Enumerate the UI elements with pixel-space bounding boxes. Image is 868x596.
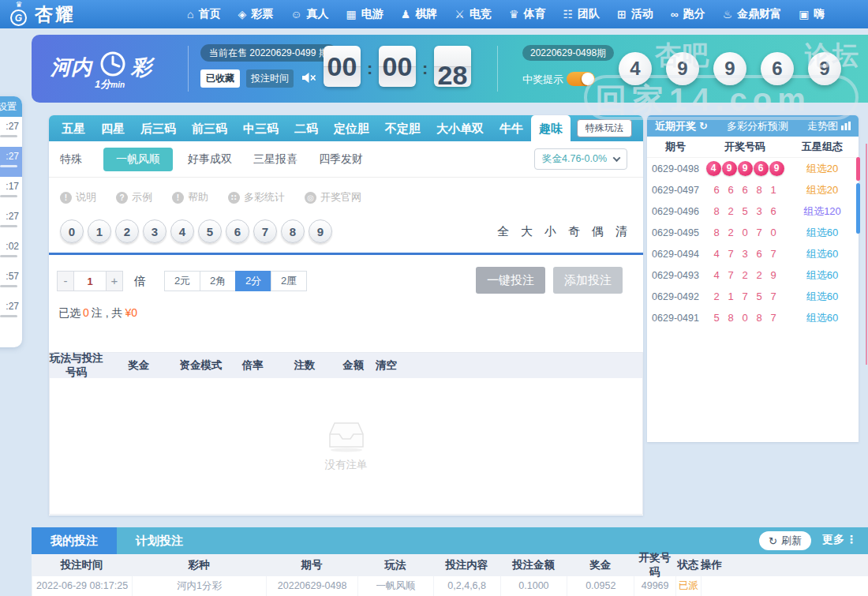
number-ball[interactable]: 4 — [170, 219, 194, 243]
sidebar-lottery-item[interactable]: :27 — [0, 117, 22, 147]
refresh-icon[interactable]: ↻ — [699, 120, 708, 132]
combo-type[interactable]: 组选120 — [786, 204, 859, 219]
sidebar-lottery-item[interactable]: :27 — [0, 147, 22, 177]
bonus-dropdown[interactable]: 奖金4.76-0.0% — [534, 148, 627, 170]
play-tab[interactable]: 牛牛 — [492, 115, 531, 141]
sidebar-lottery-item[interactable]: :17 — [0, 177, 22, 207]
combo-type[interactable]: 组选60 — [786, 226, 859, 240]
sidebar-item-countdown: :27 — [6, 151, 19, 162]
bet-record-cell — [701, 576, 702, 596]
sidebar-lottery-item[interactable]: :27 — [0, 207, 22, 237]
unit-option[interactable]: 2元 — [164, 271, 200, 291]
info-link[interactable]: ! 说明 — [60, 190, 96, 204]
nav-item[interactable]: ▣ 嗨 — [790, 7, 833, 21]
draw-number-ball: 9 — [713, 52, 746, 85]
sidebar-lottery-item[interactable]: :02 — [0, 237, 22, 267]
info-icon: ∷ — [228, 192, 240, 204]
play-tab[interactable]: 不定胆 — [377, 115, 428, 141]
sub-play-tab[interactable]: 一帆风顺 — [103, 148, 173, 171]
recent-table-header: 期号 开奖号码 五星组态 — [647, 137, 859, 158]
unit-option[interactable]: 2分 — [235, 271, 271, 291]
combo-type[interactable]: 组选60 — [786, 290, 859, 304]
multiplier-input[interactable]: 1 — [74, 271, 106, 291]
nav-item[interactable]: ♛ 体育 — [500, 7, 555, 21]
nav-item-label: 跑分 — [683, 7, 705, 21]
play-tab[interactable]: 中三码 — [235, 115, 286, 141]
number-ball[interactable]: 0 — [60, 219, 84, 243]
more-button[interactable]: 更多⋮ — [822, 533, 857, 547]
play-tab[interactable]: 大小单双 — [428, 115, 492, 141]
combo-type[interactable]: 组选20 — [786, 183, 859, 197]
quick-pick[interactable]: 小 — [544, 224, 556, 239]
brand-logo[interactable]: ♛ G 杏耀 — [8, 2, 174, 27]
info-link[interactable]: ! 帮助 — [172, 190, 208, 204]
add-bet-button[interactable]: 添加投注 — [553, 267, 623, 294]
number-ball[interactable]: 5 — [198, 219, 222, 243]
combo-type[interactable]: 组选60 — [786, 311, 859, 325]
nav-item[interactable]: ☷ 团队 — [554, 7, 608, 21]
scrollbar-thumb-blue[interactable] — [856, 183, 860, 234]
quick-pick[interactable]: 偶 — [592, 224, 604, 239]
play-tab[interactable]: 二码 — [286, 115, 326, 141]
nav-item[interactable]: ⚔ 电竞 — [446, 7, 500, 21]
nav-item[interactable]: ♟ 棋牌 — [392, 7, 447, 21]
nav-item[interactable]: ⊞ 活动 — [608, 7, 662, 21]
bet-time-button[interactable]: 投注时间 — [246, 69, 294, 88]
number-ball[interactable]: 6 — [226, 219, 249, 243]
combo-type[interactable]: 组选60 — [786, 247, 859, 261]
nav-item[interactable]: ♨ 金鼎财富 — [714, 7, 791, 21]
tab-recent-draws[interactable]: 近期开奖 ↻ — [655, 119, 708, 133]
info-link[interactable]: ∷ 多彩统计 — [228, 190, 285, 204]
multiplier-minus-button[interactable]: - — [57, 271, 74, 291]
info-link[interactable]: ? 示例 — [116, 190, 152, 204]
play-tab[interactable]: 趣味 — [531, 115, 571, 141]
play-tab[interactable]: 前三码 — [184, 115, 235, 141]
quick-pick[interactable]: 清 — [615, 224, 627, 239]
bets-tab[interactable]: 我的投注 — [32, 527, 117, 554]
play-tab[interactable]: 定位胆 — [326, 115, 377, 141]
sub-play-tab[interactable]: 四季发财 — [319, 152, 363, 167]
nav-item[interactable]: ∞ 跑分 — [662, 7, 714, 21]
play-tab[interactable]: 五星 — [54, 115, 93, 141]
special-play-button[interactable]: 特殊玩法 — [577, 119, 632, 137]
quick-pick[interactable]: 大 — [521, 224, 533, 239]
number-ball[interactable]: 9 — [309, 219, 332, 243]
bets-tab[interactable]: 计划投注 — [117, 527, 202, 554]
number-ball[interactable]: 1 — [88, 219, 111, 243]
play-tab[interactable]: 四星 — [93, 115, 133, 141]
unit-option[interactable]: 2厘 — [271, 271, 307, 291]
unit-option[interactable]: 2角 — [200, 271, 236, 291]
combo-type[interactable]: 组选20 — [786, 162, 859, 176]
tab-analysis[interactable]: 多彩分析预测 — [727, 119, 788, 133]
refresh-button[interactable]: ↻ 刷新 — [759, 531, 811, 550]
nav-item[interactable]: ☺ 真人 — [282, 7, 337, 21]
scrollbar-thumb-pink[interactable] — [856, 157, 860, 181]
play-tab[interactable]: 后三码 — [133, 115, 184, 141]
sub-play-tab[interactable]: 特殊 — [60, 152, 82, 167]
sidebar-lottery-item[interactable]: :57 — [0, 267, 22, 297]
sub-play-tab[interactable]: 好事成双 — [188, 152, 232, 167]
number-ball[interactable]: 8 — [281, 219, 305, 243]
tab-trend[interactable]: 走势图 — [807, 119, 851, 133]
number-ball[interactable]: 7 — [253, 219, 277, 243]
mute-icon[interactable] — [301, 72, 316, 87]
nav-item[interactable]: ▦ 电游 — [338, 7, 392, 21]
nav-item[interactable]: ◈ 彩票 — [229, 7, 282, 21]
sidebar-title[interactable]: 设置 — [0, 96, 22, 117]
sub-play-tab[interactable]: 三星报喜 — [253, 152, 297, 167]
quick-pick[interactable]: 奇 — [568, 224, 580, 239]
one-key-bet-button[interactable]: 一键投注 — [476, 267, 545, 294]
combo-type[interactable]: 组选60 — [786, 268, 859, 283]
bets-table-header: 投注时间 彩种 期号 玩法 投注内容 投注金额 奖金 开奖号码 状态 操作 — [32, 554, 868, 576]
countdown-hours: 00 — [324, 46, 361, 87]
nav-item-icon: ⊞ — [617, 8, 627, 21]
quick-pick[interactable]: 全 — [497, 224, 509, 239]
nav-item[interactable]: ⌂ 首页 — [178, 7, 229, 21]
multiplier-plus-button[interactable]: + — [106, 271, 123, 291]
win-tip-toggle[interactable] — [567, 72, 595, 86]
info-link[interactable]: ◎ 开奖官网 — [305, 190, 361, 204]
number-ball[interactable]: 2 — [115, 219, 139, 243]
favorite-button[interactable]: 已收藏 — [200, 69, 240, 88]
sidebar-lottery-item[interactable]: :27 — [0, 297, 22, 327]
number-ball[interactable]: 3 — [143, 219, 166, 243]
